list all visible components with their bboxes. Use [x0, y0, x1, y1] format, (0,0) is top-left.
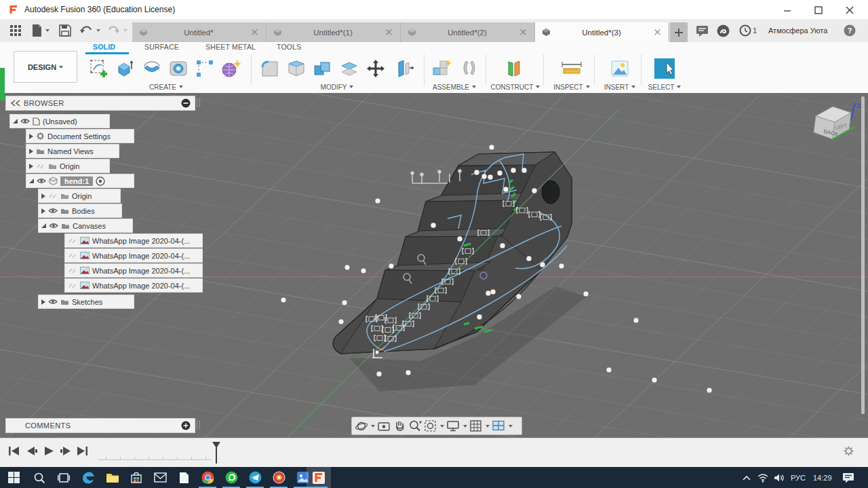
fillet-icon[interactable]: [258, 56, 282, 81]
timeline-item-sketch[interactable]: [184, 444, 197, 455]
activate-radio-icon[interactable]: [96, 176, 105, 186]
move-copy-icon[interactable]: [363, 56, 388, 81]
tree-row-sketches[interactable]: Sketches: [38, 295, 134, 309]
clock-time[interactable]: 14:29: [813, 467, 832, 488]
tree-row-canvases[interactable]: Canvases: [38, 219, 133, 233]
insert-image-icon[interactable]: [608, 56, 632, 81]
tab-tools[interactable]: TOOLS: [277, 43, 301, 53]
comments-panel-header[interactable]: COMMENTS: [5, 418, 195, 433]
step-forward-icon[interactable]: [60, 446, 72, 459]
close-button[interactable]: [840, 4, 860, 16]
tab-untitled-3[interactable]: Untitled*(3): [535, 22, 669, 42]
expander-collapsed-icon[interactable]: [29, 164, 33, 169]
group-assemble[interactable]: ASSEMBLE: [420, 83, 488, 91]
browser-panel-header[interactable]: BROWSER: [5, 96, 195, 111]
expander-collapsed-icon[interactable]: [41, 299, 45, 305]
view-cube[interactable]: Z BACK LEFT: [807, 100, 863, 153]
file-menu-icon[interactable]: [31, 24, 50, 37]
timeline-item-canvas[interactable]: [99, 444, 112, 455]
undo-icon[interactable]: [79, 24, 102, 37]
fusion-360-icon[interactable]: [309, 469, 328, 486]
combine-icon[interactable]: [311, 56, 335, 81]
tab-untitled-2[interactable]: Untitled*(2): [401, 22, 535, 42]
eye-icon[interactable]: [37, 178, 46, 184]
search-icon[interactable]: [30, 469, 49, 486]
eye-icon[interactable]: [48, 299, 58, 305]
expander-collapsed-icon[interactable]: [41, 193, 45, 199]
tree-row-named-views[interactable]: Named Views: [26, 144, 119, 158]
select-icon[interactable]: [652, 56, 677, 81]
display-settings-dot-icon[interactable]: [181, 98, 191, 108]
tab-untitled-1[interactable]: Untitled*(1): [267, 22, 401, 42]
joint-icon[interactable]: [457, 56, 481, 81]
create-form-icon[interactable]: [219, 56, 243, 81]
fit-icon[interactable]: [424, 419, 444, 432]
store-icon[interactable]: [127, 469, 146, 486]
task-view-icon[interactable]: [54, 469, 73, 486]
offset-face-icon[interactable]: [337, 56, 361, 81]
timeline-item-canvas[interactable]: [127, 444, 140, 455]
expander-expanded-icon[interactable]: [29, 179, 34, 183]
step-back-icon[interactable]: [26, 446, 38, 459]
orbit-icon[interactable]: [355, 419, 375, 433]
save-icon[interactable]: [58, 24, 72, 37]
shell-icon[interactable]: [284, 56, 309, 81]
tree-row-origin[interactable]: Origin: [26, 159, 110, 173]
revolve-icon[interactable]: [140, 56, 164, 81]
eye-hidden-icon[interactable]: [36, 163, 45, 169]
eye-icon[interactable]: [49, 223, 58, 229]
tree-row-component-hend[interactable]: hend:1: [26, 174, 134, 188]
comment-bubble-icon[interactable]: [696, 25, 709, 37]
mail-icon[interactable]: [151, 469, 170, 486]
construction-plane-icon[interactable]: [502, 56, 526, 81]
tab-close-icon[interactable]: [652, 27, 663, 38]
eye-hidden-icon[interactable]: [68, 252, 77, 259]
go-to-end-icon[interactable]: [76, 446, 88, 459]
expander-expanded-icon[interactable]: [13, 119, 18, 124]
tab-close-icon[interactable]: [250, 27, 260, 38]
tab-sheet-metal[interactable]: SHEET METAL: [205, 43, 256, 53]
tab-close-icon[interactable]: [518, 27, 529, 38]
panel-grip[interactable]: [197, 98, 200, 107]
minimize-button[interactable]: [777, 4, 797, 16]
group-construct[interactable]: CONSTRUCT: [483, 83, 548, 91]
tree-row-document-settings[interactable]: Document Settings: [26, 129, 134, 143]
eye-hidden-icon[interactable]: [68, 238, 77, 244]
tab-surface[interactable]: SURFACE: [144, 43, 179, 53]
eye-hidden-icon[interactable]: [68, 267, 77, 274]
pan-icon[interactable]: [393, 419, 406, 432]
group-modify[interactable]: MODIFY: [303, 83, 371, 91]
eye-icon[interactable]: [20, 118, 30, 124]
timeline-item-sketch[interactable]: [113, 444, 126, 455]
help-icon[interactable]: ?: [844, 24, 856, 37]
viewport-3d[interactable]: Z BACK LEFT BROWSER (Unsaved): [0, 93, 868, 438]
action-center-icon[interactable]: [842, 467, 854, 488]
display-settings-icon[interactable]: [446, 419, 467, 432]
tree-row-bodies[interactable]: Bodies: [38, 204, 122, 218]
data-panel-icon[interactable]: [9, 24, 23, 37]
panel-grip[interactable]: [197, 420, 200, 430]
expander-collapsed-icon[interactable]: [41, 208, 45, 214]
hole-icon[interactable]: [166, 56, 191, 81]
telegram-icon[interactable]: [245, 469, 264, 486]
language-indicator[interactable]: РУС: [791, 467, 806, 488]
timeline-settings-gear-icon[interactable]: [843, 445, 854, 459]
tree-row-canvas-image-2[interactable]: WhatsApp Image 2020-04-(...: [64, 248, 203, 263]
eye-hidden-icon[interactable]: [48, 193, 58, 199]
go-to-start-icon[interactable]: [8, 446, 20, 459]
new-tab-button[interactable]: [670, 22, 688, 42]
measure-icon[interactable]: [559, 56, 584, 81]
job-status-icon[interactable]: [717, 24, 730, 37]
add-comment-icon[interactable]: [181, 421, 191, 430]
replace-face-icon[interactable]: [392, 56, 416, 81]
timeline-item-canvas[interactable]: [156, 444, 169, 455]
start-button-icon[interactable]: [4, 469, 23, 486]
tree-row-canvas-image-1[interactable]: WhatsApp Image 2020-04-(...: [64, 233, 203, 248]
whatsapp-icon[interactable]: [222, 469, 241, 486]
eye-hidden-icon[interactable]: [68, 282, 77, 288]
speaker-icon[interactable]: [774, 467, 785, 488]
maximize-button[interactable]: [808, 4, 829, 16]
wifi-icon[interactable]: [757, 467, 769, 488]
workspace-selector[interactable]: DESIGN: [14, 51, 77, 83]
user-name[interactable]: Атмосфера Уюта: [768, 26, 827, 35]
